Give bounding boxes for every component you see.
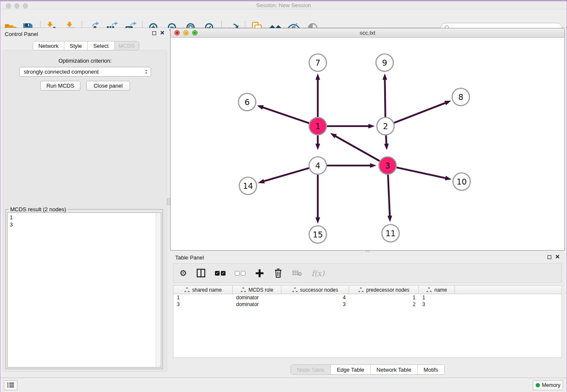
checked-box-icon: ✓ (221, 271, 226, 276)
tab-style[interactable]: Style (64, 41, 88, 50)
main-toolbar (0, 9, 567, 28)
edge-arrowhead (316, 218, 320, 224)
status-bar: Memory (0, 378, 567, 392)
delete-column-button[interactable] (274, 268, 283, 278)
table-cell: dominator (233, 295, 281, 301)
optimization-criterion-label: Optimization criterion: (0, 58, 170, 64)
memory-label: Memory (542, 382, 560, 388)
graph-edge-2-3[interactable] (386, 135, 386, 145)
close-panel-button[interactable]: Close panel (86, 81, 130, 91)
delete-table-icon (292, 269, 302, 277)
network-graph: 1234678910111415 (171, 38, 564, 250)
table-cell: 1 (173, 295, 233, 301)
edge-arrowhead (316, 144, 320, 150)
table-panel-title: Table Panel (175, 254, 204, 261)
column-header-predecessor-nodes[interactable]: predecessor nodes (349, 286, 419, 294)
table-tabs: Node TableEdge TableNetwork TableMotifs (290, 364, 444, 375)
tab-node-table[interactable]: Node Table (291, 365, 331, 374)
app-titlebar: Session: New Session (0, 0, 567, 9)
graph-edge-3-11[interactable] (388, 174, 390, 217)
graph-node-label: 9 (382, 58, 387, 67)
columns-icon (196, 268, 206, 278)
tab-mcds[interactable]: MCDS (115, 41, 139, 50)
table-cell: 4 (281, 295, 349, 301)
graph-node-label: 11 (385, 229, 396, 238)
create-column-button[interactable] (255, 268, 264, 278)
graph-node-label: 3 (385, 161, 390, 170)
graph-node-label: 8 (458, 92, 463, 102)
tab-select[interactable]: Select (88, 41, 115, 50)
graph-node-label: 1 (315, 121, 320, 131)
column-header-label: predecessor nodes (366, 287, 409, 293)
tree-icon (240, 287, 246, 292)
column-header-MCDS-role[interactable]: MCDS role (233, 286, 281, 294)
graph-edge-3-10[interactable] (396, 168, 446, 179)
table-cell: dominator (233, 301, 281, 307)
show-columns-button[interactable] (196, 268, 206, 278)
plus-icon (255, 268, 264, 278)
memory-button[interactable]: Memory (533, 380, 563, 390)
delete-table-button-disabled (292, 269, 302, 277)
graph-edge-2-9[interactable] (385, 78, 385, 117)
column-header-label: shared name (192, 287, 222, 293)
tree-icon (426, 287, 432, 292)
graph-edge-2-8[interactable] (394, 102, 446, 123)
run-mcds-button[interactable]: Run MCDS (40, 81, 80, 91)
select-all-columns-button[interactable]: ✓✓ (215, 271, 226, 276)
table-row[interactable]: 3dominator323 (173, 301, 561, 308)
mcds-result-group: MCDS result (2 nodes) 1 3 (6, 209, 163, 369)
table-cell: 1 (349, 295, 419, 301)
column-header-name[interactable]: name (419, 286, 455, 294)
graph-edge-4-14[interactable] (263, 168, 309, 182)
edge-arrowhead (316, 74, 320, 80)
result-scrollbar[interactable] (156, 213, 161, 367)
float-panel-icon[interactable] (152, 31, 156, 35)
mcds-result-textarea[interactable]: 1 3 (7, 213, 161, 367)
network-canvas[interactable]: 1234678910111415 (171, 38, 564, 250)
edge-arrowhead (444, 101, 451, 105)
close-table-panel-icon[interactable]: ✕ (555, 255, 560, 259)
network-window-titlebar[interactable]: ✕ − + scc.txt (171, 28, 564, 38)
graph-edge-3-1[interactable] (335, 135, 380, 161)
control-panel-tabs: NetworkStyleSelectMCDS (33, 41, 139, 50)
column-header-successor-nodes[interactable]: successor nodes (281, 286, 349, 294)
unchecked-box-icon (241, 271, 245, 276)
gear-icon: ⚙ (179, 269, 187, 277)
graph-edge-1-6[interactable] (262, 107, 309, 123)
graph-node-label: 7 (315, 58, 320, 67)
table-cell: 3 (173, 301, 233, 307)
table-header-row: shared nameMCDS rolesuccessor nodesprede… (173, 286, 561, 294)
float-table-panel-icon[interactable] (548, 255, 551, 259)
tree-icon (184, 287, 190, 292)
edge-arrowhead (258, 179, 265, 184)
edge-arrowhead (388, 215, 392, 222)
network-view-window: ✕ − + scc.txt 1234678910111415 (170, 28, 565, 251)
tab-network-table[interactable]: Network Table (371, 365, 418, 374)
column-header-label: name (434, 287, 447, 293)
unselect-all-columns-button[interactable] (235, 271, 245, 276)
optimization-criterion-value: strongly connected component (24, 69, 99, 75)
tab-motifs[interactable]: Motifs (418, 365, 444, 374)
graph-node-label: 10 (457, 177, 467, 186)
trash-icon (274, 268, 283, 278)
edge-arrowhead (330, 133, 337, 138)
edge-arrowhead (257, 105, 264, 110)
close-panel-icon[interactable]: ✕ (160, 31, 165, 35)
optimization-criterion-select[interactable]: strongly connected component ▲▼ (19, 67, 151, 77)
graph-node-label: 6 (245, 97, 250, 107)
table-row[interactable]: 1dominator411 (173, 294, 561, 301)
tab-edge-table[interactable]: Edge Table (331, 365, 371, 374)
column-header-label: MCDS role (248, 287, 273, 293)
table-cell: 3 (419, 301, 455, 307)
app-title: Session: New Session (0, 2, 567, 8)
table-settings-button[interactable]: ⚙ (179, 269, 187, 277)
edge-arrowhead (369, 124, 375, 129)
task-history-button[interactable] (4, 380, 17, 390)
column-header-shared-name[interactable]: shared name (173, 286, 233, 294)
mcds-result-values: 1 3 (10, 214, 13, 228)
table-cell: 1 (419, 295, 455, 301)
edge-arrowhead (370, 163, 377, 168)
vertical-splitter-grip[interactable] (167, 198, 170, 205)
table-toolbar: ⚙ ✓✓ (173, 263, 562, 283)
tab-network[interactable]: Network (33, 41, 64, 50)
